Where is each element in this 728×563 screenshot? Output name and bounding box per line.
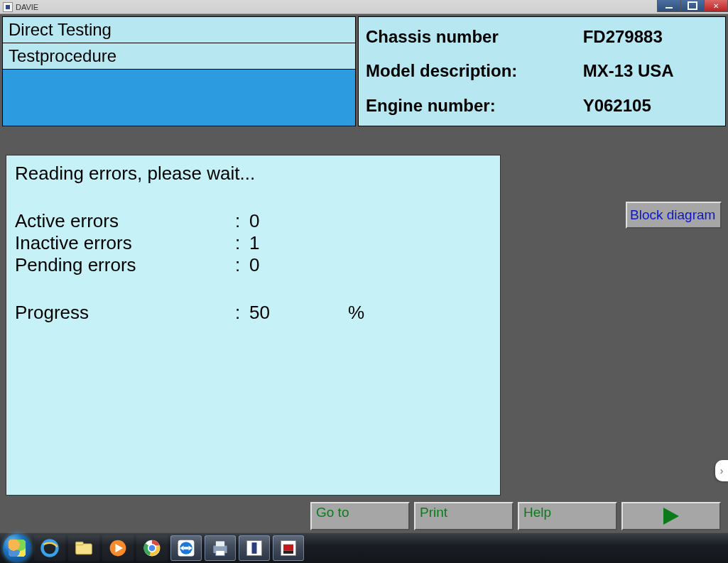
model-value: MX-13 USA — [583, 61, 718, 81]
vehicle-info-panel: Chassis number FD279883 Model descriptio… — [358, 16, 726, 126]
progress-unit: % — [348, 302, 364, 324]
svg-rect-1 — [76, 544, 92, 554]
inactive-errors-label: Inactive errors — [15, 232, 235, 254]
engine-label: Engine number: — [366, 96, 562, 116]
active-errors-label: Active errors — [15, 210, 235, 232]
print-button[interactable]: Print — [414, 502, 514, 530]
expand-tab[interactable]: › — [715, 460, 728, 481]
start-button[interactable] — [3, 534, 31, 562]
breadcrumb-panel: Direct Testing Testprocedure — [2, 16, 356, 126]
inactive-errors-value: 1 — [249, 232, 259, 254]
goto-button[interactable]: Go to — [310, 502, 410, 530]
window-minimize-button[interactable] — [657, 0, 681, 12]
progress-label: Progress — [15, 302, 235, 324]
app-icon — [3, 2, 13, 12]
window-close-button[interactable] — [704, 0, 728, 12]
active-errors-value: 0 — [249, 210, 259, 232]
taskbar-media-player-icon[interactable] — [102, 535, 134, 561]
model-label: Model description: — [366, 61, 562, 81]
svg-rect-20 — [283, 551, 293, 554]
status-message: Reading errors, please wait... — [15, 163, 491, 185]
svg-rect-12 — [184, 547, 189, 550]
taskbar-teamviewer-icon[interactable] — [170, 535, 202, 561]
help-button[interactable]: Help — [518, 502, 617, 530]
svg-rect-15 — [216, 551, 224, 556]
svg-rect-2 — [76, 542, 84, 545]
chassis-label: Chassis number — [366, 27, 562, 47]
svg-rect-19 — [283, 545, 293, 551]
play-icon — [663, 508, 679, 525]
block-diagram-button[interactable]: Block diagram — [626, 202, 722, 229]
svg-rect-14 — [216, 541, 224, 546]
action-bar: Go to Print Help — [0, 502, 728, 532]
taskbar-davie-icon[interactable] — [239, 535, 270, 561]
taskbar — [0, 532, 728, 563]
taskbar-printer-icon[interactable] — [205, 535, 236, 561]
taskbar-chrome-icon[interactable] — [136, 535, 168, 561]
breadcrumb-level-2: Testprocedure — [3, 43, 355, 70]
status-panel: Reading errors, please wait... Active er… — [6, 155, 501, 496]
breadcrumb-level-1: Direct Testing — [3, 17, 355, 43]
progress-value: 50 — [249, 302, 270, 324]
taskbar-explorer-icon[interactable] — [68, 535, 99, 561]
taskbar-truck-icon[interactable] — [273, 535, 304, 561]
window-titlebar: DAVIE — [0, 0, 728, 14]
continue-button[interactable] — [621, 502, 721, 530]
breadcrumb-current — [3, 70, 355, 126]
chevron-right-icon: › — [720, 465, 724, 476]
pending-errors-value: 0 — [249, 254, 259, 276]
chassis-value: FD279883 — [583, 27, 718, 47]
svg-rect-17 — [252, 542, 257, 554]
engine-value: Y062105 — [583, 96, 718, 116]
window-title: DAVIE — [16, 3, 38, 11]
taskbar-ie-icon[interactable] — [34, 535, 65, 561]
pending-errors-label: Pending errors — [15, 254, 235, 276]
window-maximize-button[interactable] — [680, 0, 705, 12]
